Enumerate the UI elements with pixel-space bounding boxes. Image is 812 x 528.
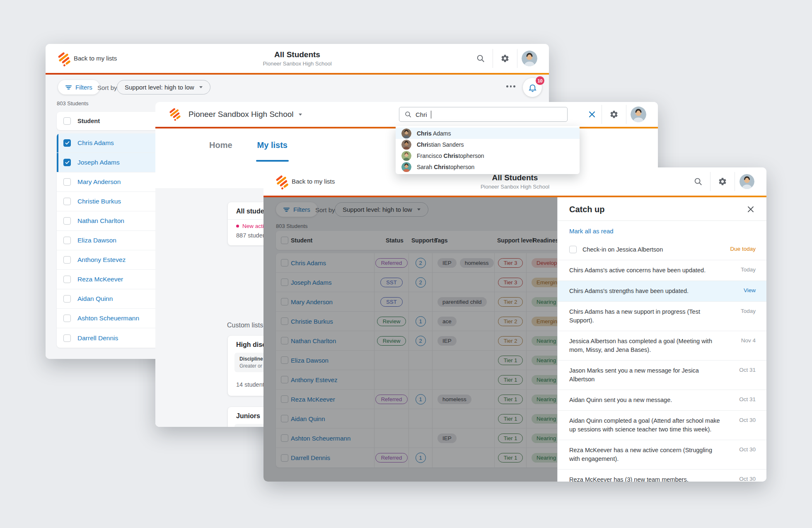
- school-selector[interactable]: Pioneer Sandbox High School: [188, 102, 302, 127]
- student-name-link[interactable]: Mary Anderson: [77, 178, 121, 186]
- row-checkbox[interactable]: [63, 276, 71, 283]
- row-checkbox[interactable]: [63, 217, 71, 225]
- result-name: Sarah Christopherson: [417, 164, 474, 170]
- notification-text: Jessica Albertson has completed a goal (…: [569, 337, 723, 354]
- notification-meta: Due today: [730, 245, 756, 252]
- student-name-link[interactable]: Aidan Quinn: [77, 295, 113, 303]
- notification-item[interactable]: Chirs Adams has a new support in progres…: [558, 302, 766, 331]
- student-name-link[interactable]: Joseph Adams: [77, 159, 120, 166]
- notification-item[interactable]: Check-in on Jessica Albertson Due today: [558, 240, 766, 260]
- notification-text: Reza McKeever has (3) new team members.: [569, 475, 723, 482]
- row-checkbox[interactable]: [63, 334, 71, 342]
- more-options-button[interactable]: [506, 85, 515, 87]
- user-avatar[interactable]: [735, 172, 759, 191]
- student-avatar: [401, 162, 411, 172]
- check-icon: [65, 141, 70, 145]
- student-name-link[interactable]: Nathan Charlton: [77, 217, 124, 225]
- notification-meta: Oct 30: [739, 475, 756, 482]
- notification-item[interactable]: Jason Marks sent you a new message for J…: [558, 361, 766, 390]
- select-all-checkbox[interactable]: [63, 117, 71, 125]
- notification-count-badge: 10: [536, 76, 544, 85]
- search-result-item[interactable]: Sarah Christopherson: [396, 161, 580, 172]
- search-input[interactable]: Chri: [399, 107, 568, 122]
- window-body: Filters Sort by Support level: high to l…: [263, 197, 766, 482]
- result-name: Francisco Christopherson: [417, 153, 484, 159]
- student-avatar: [401, 128, 411, 138]
- student-name-link[interactable]: Reza McKeever: [77, 276, 123, 283]
- student-name-link[interactable]: Christie Burkus: [77, 198, 121, 205]
- notification-meta: Oct 30: [739, 417, 756, 423]
- desktop: Back to my lists All Students Pioneer Sa…: [0, 0, 812, 528]
- text-cursor: [431, 111, 432, 119]
- notification-item[interactable]: Reza McKeever has a new active concern (…: [558, 440, 766, 470]
- user-avatar[interactable]: [517, 49, 541, 68]
- sort-dropdown[interactable]: Support level: high to low: [117, 80, 210, 94]
- notification-item[interactable]: Chirs Adams's strengths have been update…: [558, 281, 766, 302]
- notification-item[interactable]: Chirs Adams's active concerns have been …: [558, 260, 766, 281]
- row-checkbox[interactable]: [63, 315, 71, 322]
- notification-text: Check-in on Jessica Albertson: [582, 245, 724, 254]
- notification-item[interactable]: Jessica Albertson has completed a goal (…: [558, 331, 766, 361]
- row-checkbox[interactable]: [63, 256, 71, 264]
- notification-meta: Oct 31: [739, 396, 756, 402]
- window-header: Pioneer Sandbox High School Chri: [155, 102, 658, 127]
- accent-bar: [46, 73, 549, 75]
- row-checkbox[interactable]: [63, 237, 71, 244]
- notification-text: Jason Marks sent you a new message for J…: [569, 366, 723, 384]
- notification-text: Aidan Quinn sent you a new message.: [569, 396, 723, 404]
- window-header: Back to my lists All Students Pioneer Sa…: [46, 44, 549, 73]
- result-name: Chris Adams: [417, 130, 451, 137]
- student-avatar: [401, 140, 411, 150]
- tab-my-lists[interactable]: My lists: [257, 128, 288, 162]
- filters-button[interactable]: Filters: [58, 80, 100, 94]
- clear-search-button[interactable]: [582, 105, 602, 124]
- student-name-link[interactable]: Anthony Estevez: [77, 256, 126, 264]
- search-result-item[interactable]: Chris Adams: [396, 128, 580, 139]
- search-result-item[interactable]: Christian Sanders: [396, 139, 580, 150]
- notification-item[interactable]: Aidan Quinn sent you a new message. Oct …: [558, 390, 766, 411]
- row-checkbox[interactable]: [63, 295, 71, 303]
- notification-item[interactable]: Reza McKeever has (3) new team members. …: [558, 470, 766, 482]
- row-checkbox[interactable]: [63, 159, 71, 166]
- gear-icon[interactable]: [493, 49, 517, 68]
- gear-icon[interactable]: [602, 105, 626, 124]
- notification-text: Reza McKeever has a new active concern (…: [569, 446, 723, 463]
- header-actions: [582, 102, 650, 127]
- tab-home[interactable]: Home: [209, 128, 232, 162]
- all-students-window: Back to my lists All Students Pioneer Sa…: [263, 167, 766, 482]
- user-avatar[interactable]: [626, 105, 650, 124]
- search-icon[interactable]: [469, 49, 493, 68]
- row-checkbox[interactable]: [63, 198, 71, 205]
- notifications-bell-button[interactable]: 10: [523, 78, 542, 97]
- notification-meta: View: [744, 287, 756, 293]
- search-result-item[interactable]: Francisco Christopherson: [396, 150, 580, 161]
- row-checkbox[interactable]: [63, 178, 71, 186]
- close-icon: [747, 206, 754, 213]
- task-checkbox[interactable]: [569, 246, 577, 253]
- bell-icon: [528, 83, 537, 92]
- result-name: Christian Sanders: [417, 141, 464, 148]
- student-name-link[interactable]: Ashton Scheuermann: [77, 315, 139, 322]
- chevron-down-icon: [199, 86, 203, 88]
- search-results-dropdown: Chris Adams Christian Sanders Francisco …: [396, 126, 580, 174]
- mark-all-as-read-link[interactable]: Mark all as read: [558, 221, 766, 237]
- catch-up-panel: Catch up Mark all as read Check-in on Je…: [557, 197, 766, 482]
- student-name-link[interactable]: Chris Adams: [77, 139, 114, 147]
- gear-icon[interactable]: [710, 172, 735, 191]
- notification-meta: Nov 4: [741, 337, 756, 344]
- notification-text: Aidan Quinn completed a goal (Attend aft…: [569, 417, 723, 434]
- notification-item[interactable]: Aidan Quinn completed a goal (Attend aft…: [558, 411, 766, 440]
- header-actions: [469, 44, 541, 73]
- close-icon: [588, 111, 596, 118]
- filter-icon: [65, 85, 72, 90]
- search-icon[interactable]: [686, 172, 710, 191]
- student-name-link[interactable]: Darrell Dennis: [77, 334, 118, 342]
- notification-text: Chirs Adams's active concerns have been …: [569, 266, 723, 275]
- row-checkbox[interactable]: [63, 139, 71, 147]
- student-name-link[interactable]: Eliza Dawson: [77, 237, 116, 244]
- notification-text: Chirs Adams's strengths have been update…: [569, 287, 723, 295]
- custom-lists-label: Custom lists: [227, 322, 263, 329]
- search-value: Chri: [416, 111, 427, 118]
- notification-meta: Oct 31: [739, 366, 756, 373]
- close-panel-button[interactable]: [745, 203, 756, 215]
